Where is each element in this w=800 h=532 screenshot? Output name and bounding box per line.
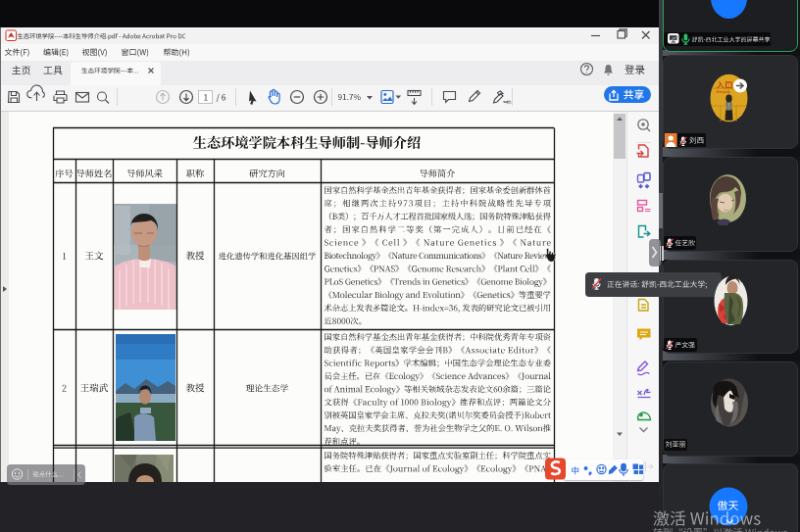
svg-text:Entrance: Entrance bbox=[717, 90, 730, 94]
svg-text:th: th bbox=[507, 99, 511, 105]
